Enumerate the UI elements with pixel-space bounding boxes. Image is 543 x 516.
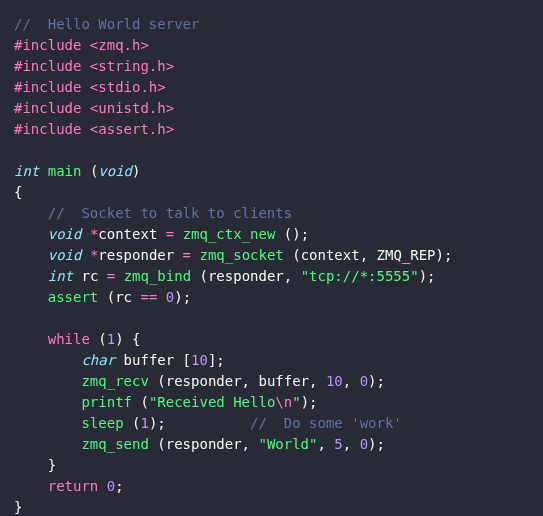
number-literal: 1 (140, 415, 148, 431)
identifier: rc (81, 268, 98, 284)
escape-sequence: \n (275, 394, 292, 410)
function-call: zmq_socket (199, 247, 283, 263)
number-literal: 0 (360, 373, 368, 389)
number-literal: 0 (107, 478, 115, 494)
identifier: buffer (124, 352, 175, 368)
number-literal: 5 (334, 436, 342, 452)
function-call: assert (48, 289, 99, 305)
preproc-include: #include (14, 37, 90, 53)
include-header: <string.h> (90, 58, 174, 74)
keyword: return (48, 478, 99, 494)
comment: // Hello World server (14, 16, 199, 32)
function-call: zmq_bind (124, 268, 191, 284)
brace: { (14, 184, 22, 200)
function-call: printf (81, 394, 132, 410)
keyword: while (48, 331, 90, 347)
function-call: sleep (81, 415, 123, 431)
type-keyword: void (48, 247, 82, 263)
identifier: context (98, 226, 157, 242)
type-keyword: char (81, 352, 115, 368)
comment: // Socket to talk to clients (48, 205, 292, 221)
include-header: <zmq.h> (90, 37, 149, 53)
comment: // Do some 'work' (250, 415, 402, 431)
number-literal: 0 (166, 289, 174, 305)
identifier: responder (98, 247, 174, 263)
string-literal: Received Hello (157, 394, 275, 410)
string-literal: "tcp://*:5555" (301, 268, 419, 284)
type-keyword: int (14, 163, 39, 179)
brace: } (48, 457, 56, 473)
function-call: zmq_send (81, 436, 148, 452)
number-literal: 10 (191, 352, 208, 368)
string-literal: "World" (258, 436, 317, 452)
number-literal: 10 (326, 373, 343, 389)
preproc-include: #include (14, 79, 90, 95)
code-block: // Hello World server #include <zmq.h> #… (0, 0, 543, 516)
type-keyword: int (48, 268, 73, 284)
include-header: <assert.h> (90, 121, 174, 137)
include-header: <unistd.h> (90, 100, 174, 116)
preproc-include: #include (14, 58, 90, 74)
include-header: <stdio.h> (90, 79, 166, 95)
function-name: main (48, 163, 82, 179)
preproc-include: #include (14, 100, 90, 116)
brace: } (14, 499, 22, 515)
number-literal: 0 (360, 436, 368, 452)
preproc-include: #include (14, 121, 90, 137)
type-keyword: void (48, 226, 82, 242)
number-literal: 1 (107, 331, 115, 347)
type-keyword: void (98, 163, 132, 179)
function-call: zmq_ctx_new (183, 226, 276, 242)
function-call: zmq_recv (81, 373, 148, 389)
